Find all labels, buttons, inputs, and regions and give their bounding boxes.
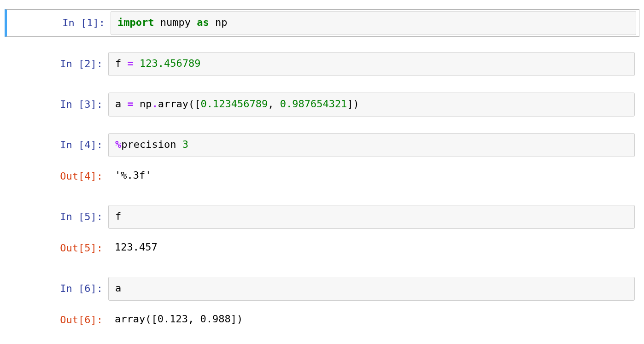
code-cell[interactable]: In [5]:f (5, 204, 639, 230)
input-prompt: In [5]: (5, 205, 108, 229)
code-token: numpy (160, 17, 191, 28)
code-input[interactable]: a (108, 277, 635, 301)
code-token: np (140, 98, 152, 110)
input-prompt: In [1]: (7, 11, 111, 35)
input-prompt: In [4]: (5, 133, 108, 157)
code-token: 123.456789 (140, 58, 200, 69)
code-token (209, 17, 215, 28)
output-text: 123.457 (108, 236, 639, 260)
code-cell[interactable]: In [4]:%precision 3 (5, 132, 639, 158)
code-input[interactable]: a = np.array([0.123456789, 0.987654321]) (108, 93, 635, 117)
code-token: % (115, 139, 121, 150)
code-token: 3 (182, 139, 188, 150)
code-token (154, 17, 160, 28)
code-token (134, 98, 140, 110)
code-token: precision (121, 139, 182, 150)
code-token: , (268, 98, 280, 110)
input-prompt: In [2]: (5, 52, 108, 76)
output-text: '%.3f' (108, 164, 639, 188)
code-cell[interactable]: In [2]:f = 123.456789 (5, 51, 639, 77)
code-token: array([ (158, 98, 201, 110)
code-token (134, 58, 140, 69)
code-input[interactable]: %precision 3 (108, 133, 635, 157)
code-cell[interactable]: In [1]:import numpy as np (5, 9, 639, 37)
output-row: Out[4]:'%.3f' (5, 163, 639, 190)
output-text: array([0.123, 0.988]) (108, 308, 639, 332)
code-token: a (115, 98, 121, 110)
code-token: = (128, 58, 134, 69)
code-input[interactable]: import numpy as np (111, 11, 636, 35)
code-input[interactable]: f = 123.456789 (108, 52, 635, 76)
code-token: ]) (347, 98, 359, 110)
code-cell[interactable]: In [3]:a = np.array([0.123456789, 0.9876… (5, 91, 639, 118)
input-prompt: In [3]: (5, 93, 108, 117)
code-token: np (215, 17, 228, 28)
code-token: import (117, 17, 154, 28)
input-prompt: In [6]: (5, 277, 108, 301)
output-row: Out[6]:array([0.123, 0.988]) (5, 307, 639, 333)
output-prompt: Out[6]: (5, 308, 108, 332)
code-cell[interactable]: In [6]:a (5, 275, 639, 302)
code-token: f (115, 58, 121, 69)
code-input[interactable]: f (108, 205, 635, 229)
code-token: f (115, 210, 121, 222)
notebook-container: In [1]:import numpy as npIn [2]:f = 123.… (5, 9, 639, 333)
output-prompt: Out[4]: (5, 164, 108, 188)
output-prompt: Out[5]: (5, 236, 108, 260)
output-row: Out[5]:123.457 (5, 235, 639, 262)
code-token: as (197, 17, 209, 28)
code-token: 0.123456789 (200, 98, 268, 110)
code-token: a (115, 282, 121, 294)
code-token: . (152, 98, 158, 110)
code-token (191, 17, 197, 28)
code-token: 0.987654321 (280, 98, 347, 110)
code-token: = (128, 98, 134, 110)
code-token (121, 98, 127, 110)
code-token (121, 58, 127, 69)
